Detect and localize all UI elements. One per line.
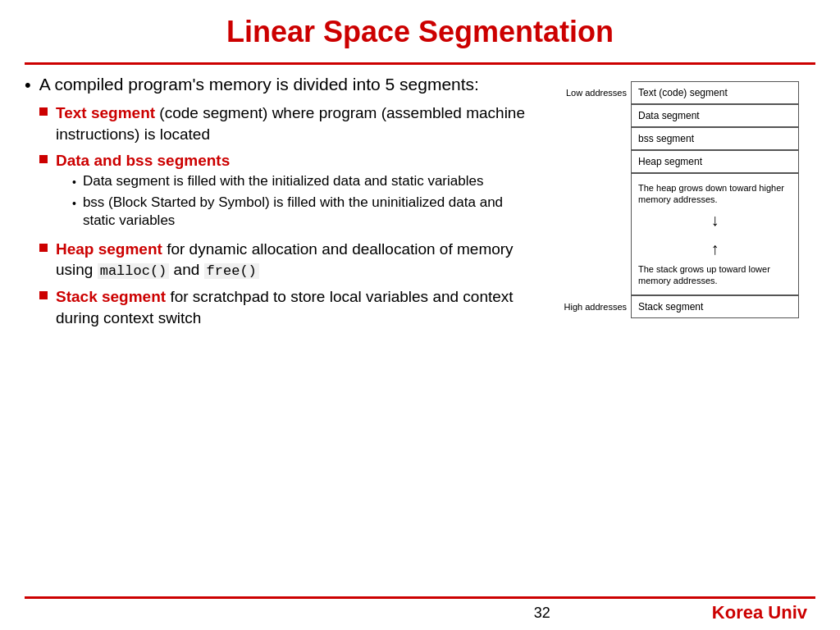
- content-area: • A compiled program's memory is divided…: [0, 65, 840, 591]
- header: Linear Space Segmentation: [0, 0, 840, 56]
- sub-item-stack: Stack segment for scratchpad to store lo…: [39, 286, 536, 328]
- sub-sub-dot-2: •: [72, 197, 76, 210]
- sub-item-data-bss: Data and bss segments • Data segment is …: [39, 150, 536, 234]
- heap-label-left: [561, 150, 631, 173]
- high-addresses-label: High addresses: [561, 295, 631, 318]
- page-number: 32: [372, 605, 712, 622]
- bss-segment-row: bss segment: [561, 127, 799, 150]
- sub-sub-item-2: • bss (Block Started by Symbol) is fille…: [72, 194, 536, 230]
- label-heap: Heap segment: [56, 240, 162, 258]
- left-panel: • A compiled program's memory is divided…: [25, 73, 545, 591]
- heap-stack-area: The heap grows down toward higher memory…: [561, 173, 799, 295]
- label-data-bss: Data and bss segments: [56, 152, 230, 169]
- arrow-down-icon: ↓: [711, 211, 719, 230]
- sub-sub-dot-1: •: [72, 176, 76, 189]
- data-segment-cell: Data segment: [631, 104, 799, 127]
- sub-item-text-segment: Text segment (code segment) where progra…: [39, 103, 536, 144]
- footer: 32 Korea Univ: [0, 599, 840, 630]
- university-logo: Korea Univ: [712, 602, 807, 623]
- data-segment-row: Data segment: [561, 104, 799, 127]
- heap-stack-combined-cell: The heap grows down toward higher memory…: [631, 173, 799, 295]
- arrow-up-icon: ↑: [711, 240, 719, 258]
- heap-segment-cell: Heap segment: [631, 150, 799, 173]
- label-text-segment: Text segment: [56, 104, 155, 121]
- low-addresses-row: Low addresses Text (code) segment: [561, 81, 799, 104]
- heap-code1: malloc(): [98, 263, 170, 279]
- right-panel: Low addresses Text (code) segment Data s…: [561, 73, 815, 591]
- heap-code2: free(): [204, 263, 259, 279]
- stack-segment-cell: Stack segment: [631, 295, 799, 318]
- main-bullet: • A compiled program's memory is divided…: [25, 73, 536, 96]
- memory-diagram: Low addresses Text (code) segment Data s…: [561, 81, 799, 318]
- heap-segment-row: Heap segment: [561, 150, 799, 173]
- sub-item-text-4: Stack segment for scratchpad to store lo…: [56, 286, 536, 328]
- stack-segment-row: High addresses Stack segment: [561, 295, 799, 318]
- sub-item-text-1: Text segment (code segment) where progra…: [56, 103, 536, 144]
- sub-sub-item-1: • Data segment is filled with the initia…: [72, 172, 536, 190]
- sub-sub-text-2: bss (Block Started by Symbol) is filled …: [83, 194, 536, 230]
- sub-bullet-1: [39, 107, 48, 116]
- sub-bullet-4: [39, 291, 48, 299]
- bss-label-left: [561, 127, 631, 150]
- low-addresses-label: Low addresses: [561, 81, 631, 104]
- sub-bullet-2: [39, 155, 48, 163]
- sub-item-text-3: Heap segment for dynamic allocation and …: [56, 239, 536, 282]
- slide: Linear Space Segmentation • A compiled p…: [0, 0, 840, 630]
- sub-items-list: Text segment (code segment) where progra…: [39, 103, 536, 328]
- heap-note-text: The heap grows down toward higher memory…: [638, 182, 792, 206]
- bss-segment-cell: bss segment: [631, 127, 799, 150]
- sub-bullet-3: [39, 244, 48, 252]
- sub-sub-items: • Data segment is filled with the initia…: [72, 172, 536, 230]
- sub-item-heap: Heap segment for dynamic allocation and …: [39, 239, 536, 282]
- main-bullet-text: A compiled program's memory is divided i…: [39, 73, 479, 96]
- main-bullet-dot: •: [25, 75, 31, 96]
- heap-middle: and: [169, 261, 203, 278]
- slide-title: Linear Space Segmentation: [33, 15, 807, 49]
- text-code-segment-cell: Text (code) segment: [631, 81, 799, 104]
- heap-stack-left-label: [561, 173, 631, 295]
- stack-note-text: The stack grows up toward lower memory a…: [638, 263, 792, 287]
- data-segment-label-left: [561, 104, 631, 127]
- sub-sub-text-1: Data segment is filled with the initiali…: [83, 172, 484, 190]
- label-stack: Stack segment: [56, 288, 166, 305]
- sub-item-text-2: Data and bss segments: [56, 150, 536, 171]
